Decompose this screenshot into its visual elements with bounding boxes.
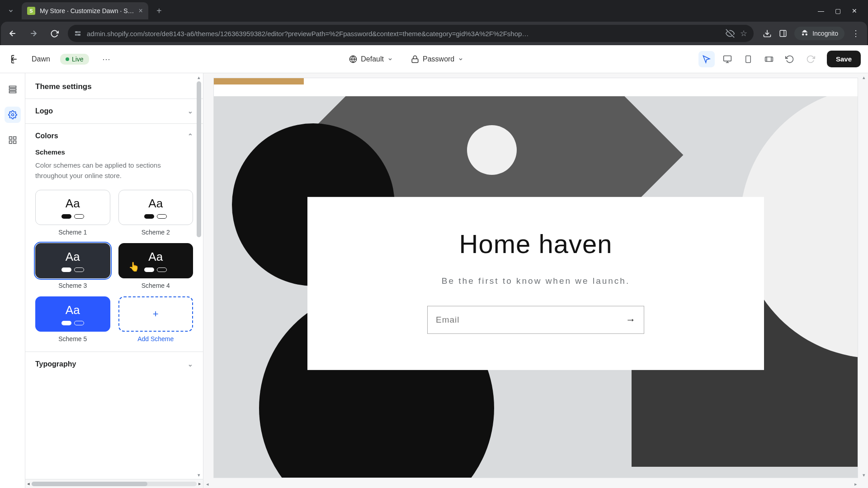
theme-more-button[interactable]: ⋯ bbox=[98, 51, 114, 67]
bookmark-star-icon[interactable]: ☆ bbox=[740, 28, 747, 38]
placeholder-image: Home haven Be the first to know when we … bbox=[214, 96, 858, 478]
address-bar[interactable]: admin.shopify.com/store/de8143-a6/themes… bbox=[68, 25, 754, 42]
chevron-down-icon: ⌄ bbox=[188, 361, 193, 368]
svg-rect-27 bbox=[13, 137, 16, 140]
preview-pane: ▴ ▾ ◂ ▸ Home haven bbox=[203, 73, 868, 488]
svg-rect-29 bbox=[9, 141, 12, 144]
add-scheme-label: Add Scheme bbox=[137, 335, 174, 343]
chevron-down-icon bbox=[458, 56, 463, 62]
new-tab-button[interactable]: + bbox=[152, 6, 166, 16]
scheme-swatch-2[interactable]: Aa bbox=[118, 190, 193, 225]
template-icon bbox=[349, 55, 357, 63]
email-submit-button[interactable]: → bbox=[619, 314, 636, 326]
incognito-icon bbox=[801, 29, 809, 38]
sidebar-vscrollbar[interactable]: ▴ ▾ bbox=[195, 73, 203, 479]
lock-icon bbox=[411, 55, 419, 63]
svg-rect-26 bbox=[9, 137, 12, 140]
scheme-label: Scheme 5 bbox=[58, 335, 87, 343]
window-maximize-icon[interactable]: ▢ bbox=[835, 7, 841, 14]
window-close-icon[interactable]: ✕ bbox=[852, 7, 857, 14]
swatch-sample-text: Aa bbox=[148, 197, 163, 211]
undo-button[interactable] bbox=[782, 51, 798, 67]
preview-hscrollbar[interactable]: ◂ ▸ bbox=[203, 480, 860, 488]
schemes-description: Color schemes can be applied to sections… bbox=[35, 160, 193, 181]
page-selector[interactable]: Password bbox=[406, 52, 468, 66]
rail-theme-settings-button[interactable] bbox=[5, 107, 21, 123]
scroll-up-icon[interactable]: ▴ bbox=[863, 73, 865, 81]
svg-rect-13 bbox=[412, 59, 418, 62]
live-badge: Live bbox=[60, 54, 89, 65]
svg-rect-14 bbox=[724, 56, 731, 61]
svg-rect-19 bbox=[765, 57, 773, 61]
preview-vscrollbar[interactable]: ▴ ▾ bbox=[860, 73, 868, 479]
template-label: Default bbox=[361, 55, 384, 63]
svg-rect-8 bbox=[780, 30, 786, 37]
side-panel-icon[interactable] bbox=[779, 29, 787, 38]
page-label: Password bbox=[423, 55, 454, 63]
redo-button bbox=[802, 51, 819, 67]
tab-search-button[interactable] bbox=[4, 4, 18, 18]
subscribe-title: Home haven bbox=[326, 229, 746, 259]
svg-point-25 bbox=[11, 114, 14, 116]
add-scheme-button[interactable]: + bbox=[118, 296, 193, 332]
url-text: admin.shopify.com/store/de8143-a6/themes… bbox=[87, 30, 720, 38]
colors-section-header[interactable]: Colors ⌃ bbox=[25, 124, 203, 148]
tab-title: My Store · Customize Dawn · S… bbox=[40, 7, 134, 14]
incognito-badge[interactable]: Incognito bbox=[794, 27, 844, 40]
scheme-swatch-4[interactable]: Aa bbox=[118, 243, 193, 278]
scheme-swatch-5[interactable]: Aa bbox=[35, 296, 110, 332]
save-button[interactable]: Save bbox=[827, 51, 861, 67]
exit-editor-button[interactable] bbox=[7, 51, 24, 67]
svg-point-4 bbox=[76, 32, 77, 33]
scroll-right-icon[interactable]: ▸ bbox=[198, 481, 201, 487]
subscribe-card: Home haven Be the first to know when we … bbox=[307, 197, 764, 370]
window-minimize-icon[interactable]: — bbox=[818, 7, 824, 14]
logo-section-label: Logo bbox=[35, 107, 53, 115]
scheme-swatch-1[interactable]: Aa bbox=[35, 190, 110, 225]
nav-reload-button[interactable] bbox=[47, 26, 61, 41]
download-icon[interactable] bbox=[763, 29, 772, 38]
rail-apps-button[interactable] bbox=[5, 132, 21, 148]
subscribe-subtitle: Be the first to know when we launch. bbox=[326, 276, 746, 286]
email-input[interactable] bbox=[436, 315, 619, 325]
browser-tab[interactable]: S My Store · Customize Dawn · S… × bbox=[22, 2, 148, 19]
scheme-label: Scheme 4 bbox=[142, 282, 170, 289]
live-dot-icon bbox=[66, 57, 69, 61]
rail-sections-button[interactable] bbox=[5, 81, 21, 98]
live-label: Live bbox=[72, 56, 84, 63]
inspector-button[interactable] bbox=[698, 51, 715, 67]
scroll-right-icon[interactable]: ▸ bbox=[852, 481, 860, 487]
scroll-down-icon[interactable]: ▾ bbox=[863, 471, 865, 479]
scroll-down-icon[interactable]: ▾ bbox=[198, 471, 200, 479]
schemes-heading: Schemes bbox=[35, 148, 193, 156]
scroll-up-icon[interactable]: ▴ bbox=[198, 73, 200, 81]
swatch-sample-text: Aa bbox=[66, 197, 80, 211]
sidebar-hscrollbar[interactable]: ◂ ▸ bbox=[25, 479, 203, 488]
eye-off-icon[interactable] bbox=[726, 29, 735, 38]
site-settings-icon[interactable] bbox=[74, 30, 81, 37]
tab-close-icon[interactable]: × bbox=[139, 7, 143, 15]
svg-rect-28 bbox=[13, 141, 16, 144]
sidebar: ▴ ▾ Theme settings Logo ⌄ Colors ⌃ bbox=[25, 73, 203, 488]
scheme-swatch-3[interactable]: Aa bbox=[35, 243, 110, 278]
nav-back-button[interactable] bbox=[5, 26, 20, 41]
viewport-fullwidth-button[interactable] bbox=[761, 51, 777, 67]
scroll-left-icon[interactable]: ◂ bbox=[27, 481, 30, 487]
incognito-label: Incognito bbox=[812, 30, 838, 37]
scroll-left-icon[interactable]: ◂ bbox=[203, 481, 212, 487]
viewport-mobile-button[interactable] bbox=[740, 51, 756, 67]
swatch-sample-text: Aa bbox=[66, 303, 80, 317]
nav-rail bbox=[0, 73, 25, 488]
template-selector[interactable]: Default bbox=[344, 52, 397, 66]
svg-point-5 bbox=[78, 34, 80, 36]
preview-top-band bbox=[214, 78, 858, 84]
svg-rect-22 bbox=[9, 86, 16, 88]
chevron-down-icon bbox=[387, 56, 393, 62]
viewport-desktop-button[interactable] bbox=[719, 51, 736, 67]
email-field-wrapper: → bbox=[427, 306, 644, 334]
typography-section-header[interactable]: Typography ⌄ bbox=[25, 352, 203, 376]
logo-section-header[interactable]: Logo ⌄ bbox=[25, 99, 203, 123]
svg-rect-24 bbox=[9, 91, 16, 93]
app-header: Dawn Live ⋯ Default Password bbox=[0, 45, 868, 73]
chrome-menu-icon[interactable]: ⋮ bbox=[852, 28, 860, 38]
